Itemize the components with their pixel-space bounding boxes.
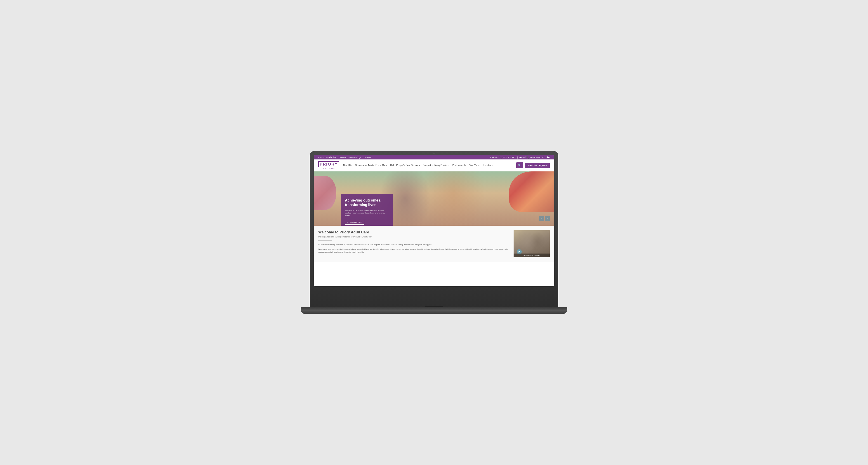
content-main: Welcome to Priory Adult Care Making a re… — [318, 230, 509, 257]
laptop-device: About Availability Careers News & Blogs … — [310, 151, 558, 314]
aa-button[interactable]: AA — [547, 156, 550, 158]
topbar-news-link[interactable]: News & Blogs — [348, 156, 361, 158]
referrals-phone[interactable]: 0800 188 4737 — [503, 156, 516, 158]
video-thumbnail[interactable]: Discover our services — [514, 230, 550, 257]
discover-label: Discover our services — [514, 254, 550, 257]
enquiry-button[interactable]: MAKE AN ENQUIRY — [525, 163, 550, 168]
phone-icon2: 📞 — [527, 156, 529, 158]
logo-priory: PRIORY — [318, 161, 339, 167]
hero-title: Achieving outcomes, transforming lives — [345, 198, 389, 208]
phone-icon: 📞 — [499, 156, 502, 158]
general-label: General — [519, 156, 526, 158]
nav-services-adults[interactable]: Services for Adults 18 and Over — [355, 164, 387, 167]
top-bar-contacts: Referrals 📞 0800 188 4737 | General 📞 08… — [490, 156, 550, 158]
logo[interactable]: PRIORY ADULT CARE — [318, 161, 339, 169]
hero-section: Achieving outcomes, transforming lives W… — [314, 171, 554, 226]
topbar-contact-link[interactable]: Contact — [364, 156, 371, 158]
laptop-screen: About Availability Careers News & Blogs … — [314, 155, 554, 286]
nav-locations[interactable]: Locations — [484, 164, 493, 167]
hero-cta-button[interactable]: FIND OUT MORE — [345, 220, 364, 225]
website: About Availability Careers News & Blogs … — [314, 155, 554, 286]
hero-overlay: Achieving outcomes, transforming lives W… — [341, 194, 393, 226]
nav-about-us[interactable]: About Us — [343, 164, 352, 167]
search-button[interactable]: 🔍 — [516, 163, 523, 168]
topbar-about-link[interactable]: About — [318, 156, 324, 158]
top-bar-nav: About Availability Careers News & Blogs … — [318, 156, 371, 158]
separator: | — [517, 156, 518, 158]
hero-next-button[interactable]: › — [545, 216, 550, 221]
nav-actions: 🔍 MAKE AN ENQUIRY — [516, 163, 550, 168]
hero-flowers-left — [314, 176, 336, 210]
content-paragraph-1: As one of the leading providers of speci… — [318, 243, 509, 246]
laptop-base — [301, 307, 567, 314]
hero-arrows: ‹ › — [539, 216, 550, 221]
referrals-label: Referrals — [490, 156, 499, 158]
play-icon — [519, 251, 520, 253]
hero-flowers-right — [509, 171, 554, 212]
laptop-body: About Availability Careers News & Blogs … — [310, 151, 558, 314]
logo-sub: ADULT CARE — [318, 168, 339, 169]
welcome-title: Welcome to Priory Adult Care — [318, 230, 509, 234]
nav-supported-living[interactable]: Supported Living Services — [423, 164, 449, 167]
camera-dot — [434, 153, 435, 154]
nav-your-views[interactable]: Your Views — [469, 164, 480, 167]
top-bar: About Availability Careers News & Blogs … — [314, 155, 554, 159]
general-phone[interactable]: 0800 188 4737 — [530, 156, 544, 158]
content-sidebar: Discover our services — [514, 230, 550, 257]
divider — [318, 240, 332, 241]
main-nav: PRIORY ADULT CARE About Us Services for … — [314, 159, 554, 171]
main-nav-links: About Us Services for Adults 18 and Over… — [343, 164, 516, 167]
topbar-careers-link[interactable]: Careers — [339, 156, 346, 158]
hero-subtitle: We help people to lead fulfilled lives a… — [345, 209, 389, 217]
topbar-availability-link[interactable]: Availability — [327, 156, 336, 158]
hero-prev-button[interactable]: ‹ — [539, 216, 544, 221]
welcome-subtitle: Making a real and lasting difference to … — [318, 236, 509, 238]
nav-older-peoples[interactable]: Older People's Care Services — [390, 164, 420, 167]
content-paragraph-2: We provide a range of specialist residen… — [318, 248, 509, 254]
nav-professionals[interactable]: Professionals — [452, 164, 466, 167]
content-section: Welcome to Priory Adult Care Making a re… — [314, 226, 554, 262]
